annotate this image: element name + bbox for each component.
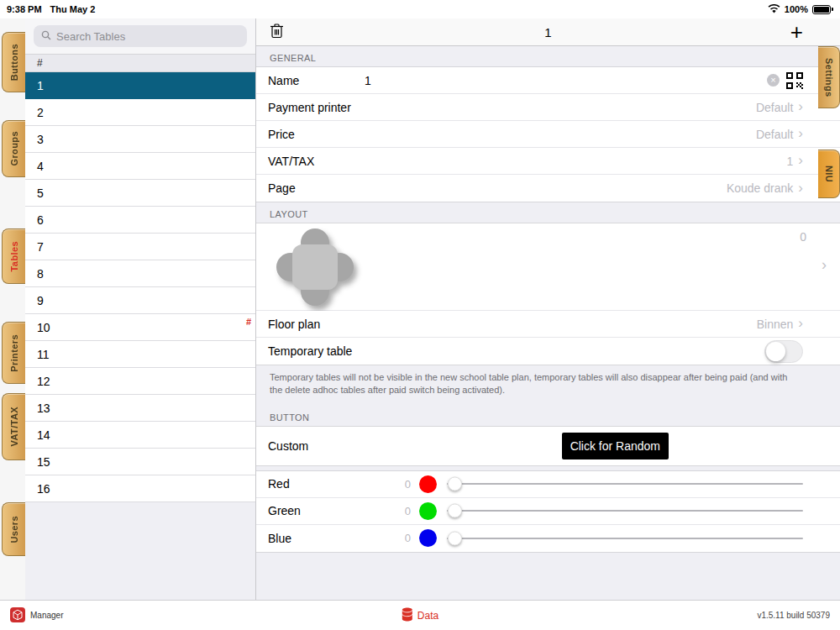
- color-sliders-group: Red0Green0Blue0: [256, 470, 840, 553]
- side-tab-groups[interactable]: Groups: [2, 120, 25, 177]
- side-tab-users[interactable]: Users: [2, 502, 25, 556]
- table-list-item[interactable]: 15: [25, 449, 255, 475]
- search-input[interactable]: Search Tables: [34, 25, 247, 47]
- table-shape-row[interactable]: 0 ›: [256, 223, 840, 311]
- section-header-button: BUTTON: [256, 406, 840, 426]
- table-list: 12345678910111213141516: [25, 72, 255, 502]
- name-label: Name: [268, 74, 365, 87]
- table-list-item[interactable]: 3: [25, 126, 255, 153]
- data-button[interactable]: Data: [402, 607, 438, 624]
- row-label: Floor plan: [268, 318, 320, 331]
- row-value: Default: [756, 101, 793, 114]
- table-list-item[interactable]: 10: [25, 314, 255, 341]
- table-list-item[interactable]: 11: [25, 341, 255, 368]
- status-bar: 9:38 PM Thu May 2 100%: [0, 0, 840, 18]
- status-date: Thu May 2: [50, 4, 96, 14]
- section-header-layout: LAYOUT: [256, 202, 840, 223]
- temporary-table-toggle[interactable]: [764, 340, 803, 363]
- side-tab-tables[interactable]: Tables: [2, 228, 25, 284]
- side-tab-buttons[interactable]: Buttons: [2, 32, 25, 92]
- side-tab-label: VAT/TAX: [9, 407, 19, 446]
- slider-value: 0: [320, 505, 411, 517]
- battery-percent: 100%: [785, 4, 808, 14]
- custom-group: Custom Click for Random: [256, 426, 840, 466]
- row-label: Price: [268, 128, 295, 141]
- table-list-item[interactable]: 1: [25, 72, 255, 99]
- page-row[interactable]: Page Koude drank ›: [256, 175, 840, 202]
- slider-row-green: Green0: [256, 498, 840, 525]
- slider-thumb[interactable]: [448, 477, 462, 491]
- chevron-right-icon: ›: [798, 181, 803, 195]
- table-list-item[interactable]: 13: [25, 395, 255, 422]
- side-tab-label: Groups: [9, 131, 19, 166]
- table-top: [292, 244, 338, 290]
- slider-track[interactable]: [447, 538, 803, 539]
- name-input[interactable]: 1: [365, 74, 767, 87]
- random-color-button[interactable]: Click for Random: [562, 433, 669, 459]
- price-row[interactable]: Price Default ›: [256, 121, 840, 148]
- chevron-right-icon: ›: [798, 99, 803, 113]
- general-group: Name 1 × Payment printer Default › Price…: [256, 66, 840, 202]
- payment-printer-row[interactable]: Payment printer Default ›: [256, 94, 840, 121]
- table-list-item[interactable]: 6: [25, 207, 255, 234]
- battery-icon: [812, 5, 831, 14]
- table-list-item[interactable]: 7: [25, 234, 255, 260]
- battery-fill: [814, 7, 829, 13]
- section-header-general: GENERAL: [256, 46, 840, 66]
- table-list-item[interactable]: 14: [25, 422, 255, 449]
- data-label: Data: [417, 610, 438, 622]
- app-logo-icon: [10, 607, 25, 624]
- clear-icon[interactable]: ×: [767, 74, 780, 87]
- tables-sidebar: Search Tables # 12345678910111213141516 …: [25, 18, 256, 600]
- slider-thumb[interactable]: [448, 531, 462, 545]
- manager-label: Manager: [30, 611, 63, 620]
- table-list-item[interactable]: 4: [25, 153, 255, 180]
- side-tab-vat-tax[interactable]: VAT/TAX: [2, 393, 25, 460]
- side-tab-settings[interactable]: Settings: [818, 46, 840, 108]
- add-button[interactable]: +: [790, 21, 803, 43]
- row-value: Koude drank: [727, 181, 793, 195]
- qr-code-icon[interactable]: [786, 72, 803, 89]
- status-left: 9:38 PM Thu May 2: [7, 4, 95, 14]
- row-value: 1: [787, 155, 794, 168]
- slider-track[interactable]: [447, 483, 803, 485]
- color-dot-green: [419, 502, 437, 520]
- app-screen: 9:38 PM Thu May 2 100% ButtonsGroupsTabl…: [0, 0, 840, 630]
- manager-button[interactable]: Manager: [10, 607, 63, 624]
- side-tab-printers[interactable]: Printers: [2, 322, 25, 384]
- wifi-icon: [768, 4, 780, 15]
- row-label: VAT/TAX: [268, 155, 314, 168]
- status-right: 100%: [768, 4, 833, 15]
- row-label: Temporary table: [268, 344, 352, 358]
- slider-thumb[interactable]: [448, 504, 462, 518]
- status-time: 9:38 PM: [7, 4, 42, 14]
- list-section-header: #: [25, 54, 255, 72]
- chevron-right-icon: ›: [798, 316, 803, 330]
- chevron-right-icon: ›: [798, 153, 803, 167]
- table-list-item[interactable]: 16: [25, 475, 255, 502]
- side-tab-niu[interactable]: NIU: [818, 150, 840, 198]
- color-dot-blue: [419, 529, 437, 547]
- row-label: Payment printer: [268, 101, 351, 114]
- table-list-item[interactable]: 9: [25, 287, 255, 314]
- row-value: Binnen: [757, 318, 794, 331]
- vat-tax-row[interactable]: VAT/TAX 1 ›: [256, 148, 840, 175]
- slider-row-red: Red0: [256, 471, 840, 498]
- table-list-item[interactable]: 8: [25, 260, 255, 287]
- temporary-table-row: Temporary table: [256, 338, 840, 365]
- database-icon: [402, 607, 413, 624]
- side-tab-label: Buttons: [9, 44, 19, 81]
- floor-plan-row[interactable]: Floor plan Binnen ›: [256, 311, 840, 338]
- right-tab-strip: SettingsNIU: [818, 18, 840, 600]
- name-row: Name 1 ×: [256, 67, 840, 94]
- side-tab-label: Settings: [824, 58, 834, 97]
- table-list-item[interactable]: 2: [25, 99, 255, 126]
- search-placeholder: Search Tables: [56, 30, 125, 43]
- table-list-item[interactable]: 12: [25, 368, 255, 395]
- table-list-item[interactable]: 5: [25, 180, 255, 207]
- row-label: Page: [268, 181, 296, 195]
- toggle-knob: [766, 342, 785, 361]
- detail-toolbar: 1 +: [256, 18, 840, 46]
- slider-track[interactable]: [447, 510, 803, 512]
- index-marker[interactable]: #: [246, 317, 251, 327]
